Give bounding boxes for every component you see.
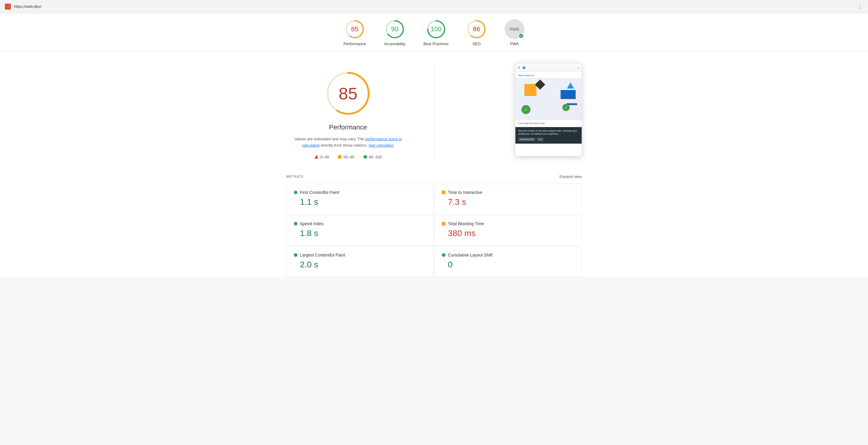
metric-name: Cumulative Layout Shift: [448, 252, 493, 258]
seo-score: 86: [473, 25, 480, 33]
perf-description: Values are estimated and may vary. The p…: [291, 136, 405, 149]
tab-accessibility[interactable]: 90 Accessibility: [384, 19, 405, 46]
metric-label-row: First Contentful Paint: [294, 190, 426, 195]
perf-calc-link[interactable]: See calculator.: [369, 143, 394, 147]
metric-dot-icon: [294, 191, 298, 194]
big-performance-circle: 85: [324, 69, 372, 117]
cookie-banner: We serve cookies on this site to analyze…: [516, 127, 582, 144]
screenshot-topbar: ≡ ◈ ⌕: [516, 63, 582, 72]
metrics-title: METRICS: [286, 175, 304, 178]
legend-green-label: 90–100: [369, 155, 382, 159]
seo-label: SEO: [472, 41, 480, 46]
best-practices-label: Best Practices: [424, 41, 448, 46]
tab-performance[interactable]: 85 Performance: [344, 19, 366, 46]
ill-check1: ✓: [521, 105, 530, 114]
perf-title: Performance: [329, 124, 367, 131]
perf-desc-text2: directly from these metrics.: [321, 143, 367, 147]
screenshot-panel: ≡ ◈ ⌕ About web.dev ✓ ✓: [458, 63, 582, 156]
pwa-circle: PWA ✓: [504, 19, 524, 39]
performance-label: Performance: [344, 41, 366, 46]
metric-value: 0: [442, 260, 574, 270]
metric-name: Time to Interactive: [448, 190, 483, 195]
legend-red: 0–49: [314, 155, 329, 159]
metric-label-row: Cumulative Layout Shift: [442, 252, 574, 258]
red-triangle-icon: [314, 155, 318, 159]
pwa-label: PWA: [510, 27, 519, 32]
legend-red-label: 0–49: [320, 155, 329, 159]
metric-square-icon: [442, 222, 445, 226]
metric-label-row: Total Blocking Time: [442, 221, 574, 226]
metric-card: Speed Index1.8 s: [286, 215, 434, 246]
site-logo: ◈: [522, 65, 526, 70]
pwa-badge: ✓: [518, 33, 524, 38]
browser-bar: 🔖 https://web.dev/ ⋮: [0, 0, 868, 13]
metric-label-row: Speed Index: [294, 221, 426, 226]
legend-row: 0–49 50–89 90–100: [314, 155, 382, 159]
ill-box: [524, 84, 536, 96]
cookie-text: We serve cookies on this site to analyze…: [518, 130, 579, 136]
tab-pwa[interactable]: PWA ✓ PWA: [504, 19, 524, 46]
metric-value: 380 ms: [442, 229, 574, 238]
vertical-divider: [434, 63, 434, 159]
metric-dot-icon: [294, 253, 298, 257]
metric-label-row: Time to Interactive: [442, 190, 574, 195]
metrics-section: METRICS Expand view First Contentful Pai…: [286, 174, 582, 277]
metric-name: Speed Index: [300, 221, 324, 226]
metric-square-icon: [442, 191, 445, 194]
orange-square-icon: [338, 155, 341, 159]
metric-name: Largest Contentful Paint: [300, 252, 345, 258]
ok-button[interactable]: OK: [537, 138, 544, 141]
more-details-button[interactable]: MORE DETAILS: [518, 138, 535, 141]
ill-rect-blue: [561, 90, 576, 99]
ill-check2: ✓: [562, 104, 569, 111]
site-screenshot: ≡ ◈ ⌕ About web.dev ✓ ✓: [516, 63, 582, 156]
metric-name: First Contentful Paint: [300, 190, 339, 195]
metric-card: Time to Interactive7.3 s: [434, 184, 582, 214]
perf-desc-text: Values are estimated and may vary. The: [294, 137, 364, 141]
legend-orange: 50–89: [338, 155, 354, 159]
performance-section: 85 Performance Values are estimated and …: [286, 63, 582, 159]
legend-orange-label: 50–89: [343, 155, 354, 159]
browser-favicon: 🔖: [5, 4, 11, 10]
svg-text:🔖: 🔖: [6, 5, 9, 8]
accessibility-score: 90: [391, 25, 398, 33]
pwa-tab-label: PWA: [510, 41, 519, 46]
big-score-number: 85: [339, 84, 358, 103]
tab-best-practices[interactable]: 100 Best Practices: [424, 19, 448, 46]
ss-body-text: Let's build the future of the: [516, 120, 582, 127]
metric-dot-icon: [294, 222, 298, 226]
best-practices-score: 100: [430, 25, 441, 33]
metrics-grid: First Contentful Paint1.1 sTime to Inter…: [286, 184, 582, 277]
legend-green: 90–100: [364, 155, 382, 159]
metric-card: Largest Contentful Paint2.0 s: [286, 246, 434, 277]
search-icon: ⌕: [577, 65, 579, 70]
ss-about-label: About web.dev: [516, 72, 582, 78]
browser-url: https://web.dev/: [14, 4, 41, 9]
metric-value: 1.1 s: [294, 197, 426, 207]
hamburger-icon: ≡: [518, 65, 520, 70]
metric-value: 2.0 s: [294, 260, 426, 270]
best-practices-circle: 100: [426, 19, 446, 39]
ill-triangle: [567, 82, 574, 89]
ss-illustration: ✓ ✓: [516, 78, 582, 120]
cookie-buttons: MORE DETAILS OK: [518, 138, 579, 141]
tab-seo[interactable]: 86 SEO: [467, 19, 487, 46]
metric-dot-icon: [442, 253, 445, 257]
metric-value: 1.8 s: [294, 229, 426, 238]
browser-menu-icon[interactable]: ⋮: [858, 3, 863, 10]
perf-score-panel: 85 Performance Values are estimated and …: [286, 63, 410, 159]
performance-circle: 85: [345, 19, 365, 39]
seo-circle: 86: [467, 19, 487, 39]
metric-name: Total Blocking Time: [448, 221, 484, 226]
metric-label-row: Largest Contentful Paint: [294, 252, 426, 258]
metric-value: 7.3 s: [442, 197, 574, 207]
accessibility-label: Accessibility: [384, 41, 405, 46]
metrics-header: METRICS Expand view: [286, 174, 582, 179]
ill-diamond: [535, 79, 545, 90]
metric-card: Cumulative Layout Shift0: [434, 246, 582, 277]
green-circle-icon: [364, 155, 367, 159]
score-tabs-row: 85 Performance 90 Accessibility 100 Best…: [0, 13, 868, 51]
accessibility-circle: 90: [385, 19, 405, 39]
metric-card: First Contentful Paint1.1 s: [286, 184, 434, 214]
expand-view-button[interactable]: Expand view: [559, 174, 582, 179]
